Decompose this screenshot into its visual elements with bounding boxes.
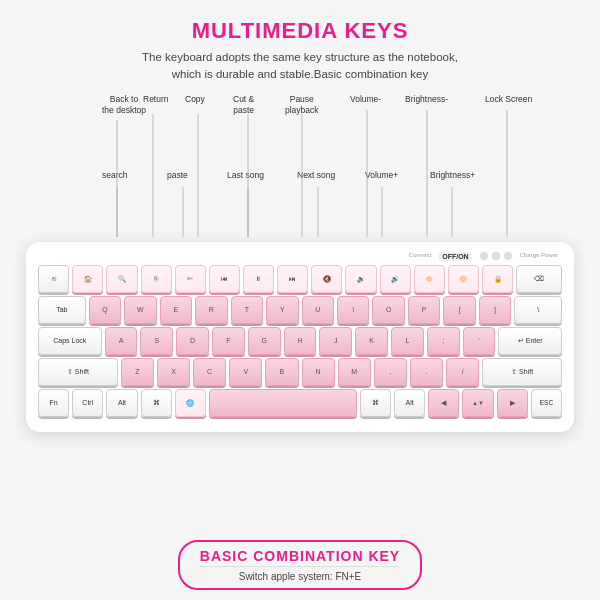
key-cmd-l[interactable]: ⌘ [141,389,172,417]
key-h[interactable]: H [284,327,317,355]
key-shift-l[interactable]: ⇧ Shift [38,358,118,386]
key-n[interactable]: N [302,358,335,386]
indicator-row: Connect OFF/ON Charge Power [38,252,562,261]
key-esc-r[interactable]: ESC [531,389,562,417]
key-comma[interactable]: , [374,358,407,386]
label-copy: Copy [185,94,205,105]
key-l[interactable]: L [391,327,424,355]
key-alt-l[interactable]: Alt [106,389,137,417]
key-space[interactable] [209,389,357,417]
label-search: search [102,170,128,181]
key-caps[interactable]: Caps Lock [38,327,102,355]
key-bright-down[interactable]: 🔅 [414,265,445,293]
label-return: Return [143,94,169,105]
key-a[interactable]: A [105,327,138,355]
page-title: MULTIMEDIA KEYS [142,18,458,44]
key-bright-up[interactable]: 🔆 [448,265,479,293]
charge-label: Charge Power [520,252,558,261]
label-last-song: Last song [227,170,264,181]
key-cut[interactable]: ✄ [175,265,206,293]
key-next[interactable]: ⏭ [277,265,308,293]
connect-label: Connect [409,252,431,261]
key-home[interactable]: 🏠 [72,265,103,293]
row-shift: ⇧ Shift Z X C V B N M , . / ⇧ Shift [38,358,562,386]
key-esc[interactable]: ⎋ [38,265,69,293]
row-caps: Caps Lock A S D F G H J K L ; ' ↵ Enter [38,327,562,355]
key-alt-r[interactable]: Alt [394,389,425,417]
key-arrow-right[interactable]: ▶ [497,389,528,417]
main-container: MULTIMEDIA KEYS The keyboard adopts the … [0,0,600,600]
key-globe[interactable]: 🌐 [175,389,206,417]
key-fn[interactable]: Fn [38,389,69,417]
key-x[interactable]: X [157,358,190,386]
key-bracket-r[interactable]: ] [479,296,511,324]
key-m[interactable]: M [338,358,371,386]
key-tab[interactable]: Tab [38,296,86,324]
key-lock[interactable]: 🔒 [482,265,513,293]
label-next-song: Next song [297,170,335,181]
key-t[interactable]: T [231,296,263,324]
key-u[interactable]: U [302,296,334,324]
key-r[interactable]: R [195,296,227,324]
key-p[interactable]: P [408,296,440,324]
key-i[interactable]: I [337,296,369,324]
key-slash[interactable]: / [446,358,479,386]
key-vol-up[interactable]: 🔊 [380,265,411,293]
key-arrow-left[interactable]: ◀ [428,389,459,417]
key-e[interactable]: E [160,296,192,324]
key-prev[interactable]: ⏮ [209,265,240,293]
key-period[interactable]: . [410,358,443,386]
key-j[interactable]: J [319,327,352,355]
row-media: ⎋ 🏠 🔍 ⎘ ✄ ⏮ ⏸ ⏭ 🔇 🔉 🔊 🔅 🔆 🔒 ⌫ [38,265,562,293]
combo-title: BASIC COMBINATION KEY [200,548,400,564]
key-search[interactable]: 🔍 [106,265,137,293]
key-ctrl-l[interactable]: Ctrl [72,389,103,417]
key-q[interactable]: Q [89,296,121,324]
label-pause-playback: Pauseplayback [285,94,319,116]
indicator-1 [480,252,488,260]
diagram-area: Back tothe desktop Return Copy Cut &past… [0,92,600,529]
key-y[interactable]: Y [266,296,298,324]
key-b[interactable]: B [265,358,298,386]
key-d[interactable]: D [176,327,209,355]
header-subtitle: The keyboard adopts the same key structu… [142,49,458,84]
key-z[interactable]: Z [121,358,154,386]
combo-subtitle: Switch apple system: FN+E [200,566,400,582]
indicator-dots [480,252,512,261]
indicator-3 [504,252,512,260]
key-quote[interactable]: ' [463,327,496,355]
key-v[interactable]: V [229,358,262,386]
key-w[interactable]: W [124,296,156,324]
key-copy-media[interactable]: ⎘ [141,265,172,293]
key-backspace[interactable]: ⌫ [516,265,562,293]
keyboard: Connect OFF/ON Charge Power ⎋ 🏠 🔍 ⎘ ✄ ⏮ … [26,242,574,432]
off-on-switch[interactable]: OFF/ON [439,252,471,261]
key-vol-down[interactable]: 🔉 [345,265,376,293]
combo-box: BASIC COMBINATION KEY Switch apple syste… [178,540,422,590]
key-semicolon[interactable]: ; [427,327,460,355]
label-paste: paste [167,170,188,181]
label-volume-minus: Volume- [350,94,381,105]
header: MULTIMEDIA KEYS The keyboard adopts the … [122,0,478,92]
key-s[interactable]: S [140,327,173,355]
key-arrow-updown[interactable]: ▲▼ [462,389,493,417]
key-cmd-r[interactable]: ⌘ [360,389,391,417]
key-mute[interactable]: 🔇 [311,265,342,293]
key-pause[interactable]: ⏸ [243,265,274,293]
key-enter[interactable]: ↵ Enter [498,327,562,355]
key-bracket-l[interactable]: [ [443,296,475,324]
key-f[interactable]: F [212,327,245,355]
key-k[interactable]: K [355,327,388,355]
footer: BASIC COMBINATION KEY Switch apple syste… [0,528,600,600]
label-back-desktop: Back tothe desktop [102,94,146,116]
label-volume-plus: Volume+ [365,170,398,181]
row-tab: Tab Q W E R T Y U I O P [ ] \ [38,296,562,324]
key-o[interactable]: O [372,296,404,324]
key-g[interactable]: G [248,327,281,355]
label-lock-screen: Lock Screen [485,94,532,105]
key-shift-r[interactable]: ⇧ Shift [482,358,562,386]
key-backslash[interactable]: \ [514,296,562,324]
labels-area: Back tothe desktop Return Copy Cut &past… [20,92,580,242]
key-c[interactable]: C [193,358,226,386]
label-cut-paste: Cut &paste [233,94,254,116]
